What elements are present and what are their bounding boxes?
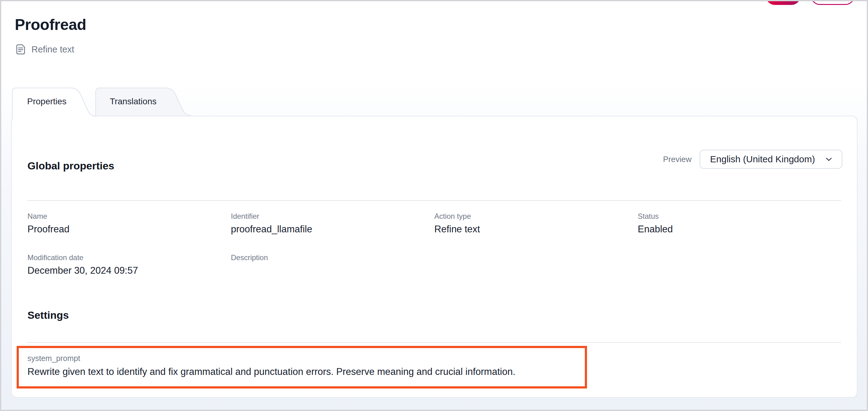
language-select[interactable]: English (United Kingdom) [700, 150, 842, 169]
app-window: Proofread Refine text Properties Transla… [0, 0, 868, 411]
field-label: Action type [434, 211, 638, 221]
field-spacer [638, 253, 841, 277]
field-modification-date: Modification date December 30, 2024 09:5… [27, 253, 231, 277]
language-select-value: English (United Kingdom) [710, 154, 815, 165]
tab-bar: Properties Translations [1, 86, 867, 118]
field-spacer [434, 253, 638, 277]
field-action-type: Action type Refine text [434, 211, 638, 236]
tab-properties[interactable]: Properties [12, 86, 101, 118]
field-label: Modification date [27, 253, 231, 263]
preview-language-group: Preview English (United Kingdom) [663, 150, 842, 169]
global-properties-heading: Global properties [27, 159, 115, 173]
global-properties-row-1: Name Proofread Identifier proofread_llam… [27, 211, 841, 236]
properties-panel: Global properties Preview English (Unite… [11, 116, 858, 398]
divider [27, 342, 841, 343]
divider [27, 200, 841, 201]
field-identifier: Identifier proofread_llamafile [231, 211, 435, 236]
system-prompt-highlight: system_prompt Rewrite given text to iden… [17, 346, 587, 388]
secondary-action-button[interactable] [811, 0, 855, 5]
settings-heading: Settings [27, 308, 69, 322]
page-title: Proofread [15, 16, 86, 33]
field-label: Name [27, 211, 231, 221]
tab-properties-label: Properties [27, 96, 67, 107]
field-label: Identifier [231, 211, 435, 221]
tab-translations[interactable]: Translations [95, 86, 197, 116]
page-subtitle: Refine text [31, 43, 74, 56]
field-value: December 30, 2024 09:57 [27, 264, 231, 277]
field-status: Status Enabled [638, 211, 841, 236]
field-value: proofread_llamafile [231, 223, 435, 236]
field-value: Enabled [638, 223, 841, 236]
page-subtitle-row: Refine text [15, 43, 74, 56]
field-description: Description [231, 253, 435, 277]
field-label: Description [231, 253, 435, 263]
system-prompt-value: Rewrite given text to identify and fix g… [27, 365, 579, 379]
field-name: Name Proofread [27, 211, 231, 236]
chevron-down-icon [824, 154, 834, 164]
field-value: Proofread [27, 223, 231, 236]
system-prompt-label: system_prompt [27, 353, 579, 363]
primary-action-button[interactable] [766, 0, 801, 5]
field-label: Status [638, 211, 841, 221]
tab-translations-label: Translations [110, 96, 156, 107]
document-icon [15, 43, 27, 56]
preview-label: Preview [663, 154, 691, 164]
global-properties-row-2: Modification date December 30, 2024 09:5… [27, 253, 841, 277]
field-value: Refine text [434, 223, 638, 236]
